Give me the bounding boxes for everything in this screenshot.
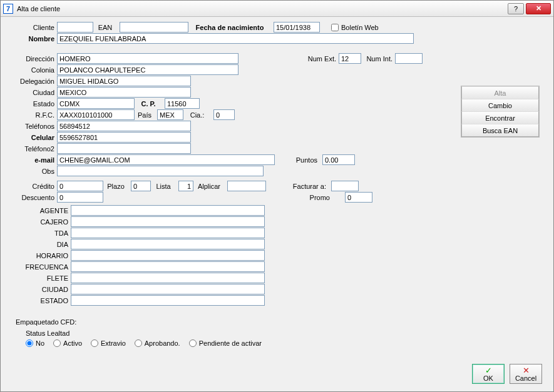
- telefono2-input[interactable]: [57, 143, 191, 154]
- label-empaquetado: Empaquetado CFD:: [8, 318, 546, 326]
- label-ean: EAN: [93, 24, 117, 31]
- label-boletin: Boletín Web: [341, 24, 379, 31]
- horario-input[interactable]: [71, 250, 265, 261]
- help-icon: ?: [514, 5, 518, 13]
- direccion-input[interactable]: [57, 53, 239, 64]
- num-int-input[interactable]: [395, 53, 423, 64]
- label-rfc: R.F.C.: [8, 111, 54, 119]
- cancel-button[interactable]: ✕ Cancel: [510, 364, 542, 384]
- flete-input[interactable]: [71, 273, 265, 283]
- close-icon: ✕: [536, 4, 541, 13]
- num-ext-input[interactable]: [339, 53, 361, 64]
- alplicar-input[interactable]: [227, 181, 266, 191]
- label-ciudad2: CIUDAD: [8, 286, 68, 293]
- boletin-label[interactable]: Boletín Web: [331, 24, 379, 31]
- label-plazo: Plazo: [103, 183, 128, 190]
- label-cia: Cia.:: [183, 111, 211, 119]
- label-horario: HORARIO: [8, 252, 68, 259]
- bottom-buttons: ✓ OK ✕ Cancel: [472, 364, 542, 384]
- label-estado: Estado: [8, 100, 54, 108]
- x-icon: ✕: [523, 366, 530, 374]
- label-promo: Promo: [299, 194, 330, 201]
- row-nombre: Nombre: [8, 33, 546, 44]
- obs-input[interactable]: [57, 166, 264, 176]
- radio-extravio-label[interactable]: Extravio: [91, 339, 126, 347]
- label-cajero: CAJERO: [8, 218, 68, 226]
- radio-aprobando-label[interactable]: Aprobando.: [135, 339, 180, 347]
- label-telefono2: Teléfono2: [8, 145, 54, 153]
- label-puntos: Puntos: [280, 156, 317, 164]
- radio-aprobando[interactable]: [135, 339, 142, 347]
- descuento-input[interactable]: [57, 192, 103, 203]
- estado2-input[interactable]: [71, 295, 265, 306]
- form-area: Cliente EAN Fecha de nacimiento Boletín …: [1, 17, 553, 391]
- fecha-nac-input[interactable]: [274, 22, 320, 33]
- ciudad-input[interactable]: [57, 87, 191, 98]
- delegacion-input[interactable]: [57, 76, 191, 86]
- side-buttons: Alta Cambio Encontrar Busca EAN: [461, 86, 540, 138]
- label-facturar-a: Facturar a:: [271, 183, 326, 190]
- telefonos-input[interactable]: [57, 121, 191, 131]
- label-num-ext: Num Ext.: [301, 55, 336, 63]
- rfc-input[interactable]: [57, 109, 135, 120]
- label-delegacion: Delegación: [8, 78, 54, 85]
- facturar-a-input[interactable]: [331, 181, 359, 191]
- cia-input[interactable]: [213, 109, 235, 120]
- label-ciudad: Ciudad: [8, 89, 54, 96]
- promo-input[interactable]: [345, 192, 372, 203]
- frecuenca-input[interactable]: [71, 261, 265, 272]
- estado-input[interactable]: [57, 98, 135, 109]
- radio-activo[interactable]: [53, 339, 61, 347]
- plazo-input[interactable]: [131, 181, 151, 191]
- lista-input[interactable]: [178, 181, 193, 191]
- celular-input[interactable]: [57, 132, 191, 143]
- cambio-button[interactable]: Cambio: [461, 99, 539, 112]
- label-telefonos: Teléfonos: [8, 123, 54, 130]
- label-nombre: Nombre: [8, 35, 54, 43]
- label-direccion: Dirección: [8, 55, 54, 63]
- label-cliente: Cliente: [8, 24, 54, 31]
- label-frecuenca: FRECUENCA: [8, 263, 68, 271]
- dia-input[interactable]: [71, 239, 265, 249]
- label-celular: Celular: [8, 134, 54, 141]
- ean-input[interactable]: [120, 22, 188, 33]
- row-cliente: Cliente EAN Fecha de nacimiento Boletín …: [8, 22, 546, 33]
- label-cp: C. P.: [135, 100, 162, 108]
- radio-no-label[interactable]: No: [26, 339, 44, 347]
- busca-ean-button[interactable]: Busca EAN: [461, 124, 539, 137]
- boletin-checkbox[interactable]: [331, 24, 339, 31]
- help-button[interactable]: ?: [508, 3, 524, 14]
- cliente-input[interactable]: [57, 22, 93, 33]
- radio-extravio[interactable]: [91, 339, 98, 347]
- ciudad2-input[interactable]: [71, 284, 265, 294]
- close-button[interactable]: ✕: [526, 3, 551, 14]
- radio-pendiente-label[interactable]: Pendiente de activar: [189, 339, 262, 347]
- label-credito: Crédito: [8, 183, 54, 190]
- colonia-input[interactable]: [57, 64, 239, 75]
- pais-input[interactable]: [157, 109, 183, 120]
- radio-pendiente[interactable]: [189, 339, 197, 347]
- extra-rows: AGENTE CAJERO TDA DIA HORARIO FRECUENCA …: [8, 205, 546, 306]
- alta-button[interactable]: Alta: [461, 86, 539, 99]
- label-colonia: Colonia: [8, 66, 54, 74]
- label-estado2: ESTADO: [8, 297, 68, 304]
- status-radios: No Activo Extravio Aprobando. Pendiente …: [8, 339, 546, 347]
- encontrar-button[interactable]: Encontrar: [461, 111, 539, 124]
- label-descuento: Descuento: [8, 194, 54, 201]
- label-obs: Obs: [8, 168, 54, 175]
- tda-input[interactable]: [71, 228, 265, 238]
- radio-activo-label[interactable]: Activo: [53, 339, 82, 347]
- email-input[interactable]: [57, 154, 275, 165]
- cp-input[interactable]: [165, 98, 200, 109]
- label-flete: FLETE: [8, 274, 68, 282]
- agente-input[interactable]: [71, 205, 265, 216]
- label-pais: País: [135, 111, 155, 119]
- credito-input[interactable]: [57, 181, 103, 191]
- nombre-input[interactable]: [57, 33, 414, 44]
- ok-button[interactable]: ✓ OK: [472, 364, 505, 384]
- app-icon: 7: [3, 4, 13, 14]
- puntos-input[interactable]: [322, 154, 355, 165]
- label-tda: TDA: [8, 229, 68, 237]
- cajero-input[interactable]: [71, 216, 265, 227]
- radio-no[interactable]: [26, 339, 33, 347]
